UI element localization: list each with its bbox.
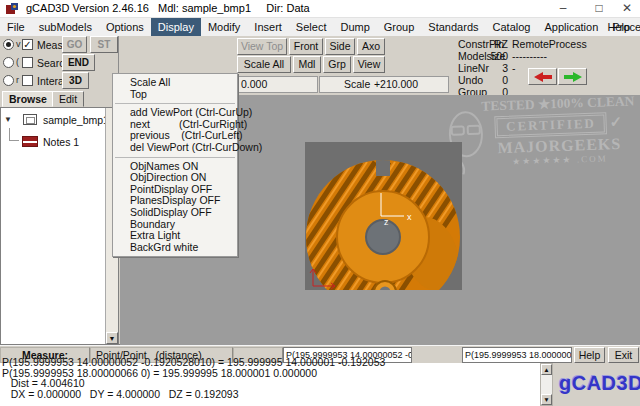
- info-row-constrpln: ConstrPln RZ RemoteProcess: [456, 38, 640, 50]
- axis-x-label: x: [407, 212, 412, 222]
- menubar-item-help[interactable]: Help: [599, 18, 638, 36]
- red-left-arrow-icon: [533, 71, 553, 83]
- orange-model-render: z x: [305, 142, 462, 290]
- measure-radio[interactable]: [3, 39, 14, 50]
- logo-panel: gCAD3D: [553, 363, 640, 406]
- tree-expand-icon[interactable]: ▼: [4, 115, 12, 124]
- measure-checkbox[interactable]: ✓: [22, 39, 33, 50]
- majorgeeks-watermark: TESTED ★100% CLEAN CERTIFIED ✓ MAJORGEEK…: [475, 95, 640, 178]
- display-dropdown-menu: Scale All Top add ViewPort (Ctrl-CurUp) …: [112, 73, 238, 257]
- gcad3d-logo: gCAD3D: [559, 372, 640, 395]
- menu-item-top[interactable]: Top: [113, 89, 237, 101]
- info-value: RZ: [482, 38, 508, 50]
- search-checkbox[interactable]: [22, 57, 33, 68]
- go-button[interactable]: GO: [62, 36, 87, 53]
- model-viewport[interactable]: z x: [305, 142, 462, 290]
- scale-display: Scale +210.000: [319, 76, 449, 93]
- tree-item-model[interactable]: ▼ sample_bmp1: [1, 112, 101, 128]
- interact-row: r Interacti 3D: [0, 72, 119, 90]
- axo-button[interactable]: Axo: [357, 38, 385, 55]
- info-extra: RemoteProcess: [512, 38, 587, 50]
- menubar-item-standards[interactable]: Standards: [421, 18, 485, 36]
- info-label: Undo: [458, 74, 483, 86]
- console-scrollbar[interactable]: ▲ ▼: [540, 363, 553, 406]
- help-button[interactable]: Help: [574, 347, 605, 363]
- scroll-up-icon[interactable]: ▲: [541, 364, 552, 375]
- output-console: P(195.9999953 14.00000052 -0.1920528010)…: [0, 363, 640, 406]
- menubar-item-display[interactable]: Display: [151, 18, 201, 36]
- measure-tag: v: [16, 39, 21, 49]
- end-button[interactable]: END: [62, 54, 95, 71]
- menu-item-objdirection[interactable]: ObjDirection ON: [113, 172, 237, 184]
- console-text: P(195.9999953 14.00000052 -0.1920528010)…: [2, 357, 538, 406]
- title-bar: gCAD3D Version 2.46.16 Mdl: sample_bmp1 …: [0, 0, 640, 18]
- minimize-button[interactable]: –: [550, 0, 576, 18]
- side-button[interactable]: Side: [325, 38, 355, 55]
- app-icon: [6, 3, 18, 15]
- tab-edit[interactable]: Edit: [52, 91, 84, 107]
- 3d-button[interactable]: 3D: [62, 72, 89, 89]
- console-line: DX = 0.000000 DY = 4.000000 DZ = 0.19209…: [2, 388, 239, 400]
- grp-button[interactable]: Grp: [323, 56, 351, 73]
- menubar-item-catalog[interactable]: Catalog: [486, 18, 538, 36]
- menubar-item-select[interactable]: Select: [289, 18, 334, 36]
- redo-forward-button[interactable]: [558, 68, 587, 85]
- info-value: 3: [482, 62, 508, 74]
- menubar-item-dump[interactable]: Dump: [333, 18, 376, 36]
- green-right-arrow-icon: [563, 71, 583, 83]
- scale-label: Scale: [344, 77, 370, 92]
- scroll-down-icon[interactable]: ▼: [541, 394, 552, 405]
- menu-separator: [115, 103, 235, 104]
- app-window: gCAD3D Version 2.46.16 Mdl: sample_bmp1 …: [0, 0, 640, 406]
- interact-checkbox[interactable]: [22, 75, 33, 86]
- measure-row: v ✓ Measure GO ST: [0, 36, 119, 54]
- exit-button[interactable]: Exit: [608, 347, 639, 363]
- tree-item-label[interactable]: Notes 1: [43, 136, 79, 148]
- scroll-down-icon[interactable]: ▼: [106, 332, 118, 344]
- scale-input[interactable]: 0.000: [232, 76, 318, 93]
- info-extra: ----------: [512, 50, 547, 62]
- tree-item-label[interactable]: sample_bmp1: [43, 114, 109, 126]
- notes-bricks-icon: [22, 136, 38, 147]
- scale-value: +210.000: [374, 77, 418, 92]
- info-value: 0: [482, 74, 508, 86]
- window-title: gCAD3D Version 2.46.16 Mdl: sample_bmp1 …: [26, 2, 310, 14]
- tree-item-notes[interactable]: Notes 1: [1, 134, 101, 150]
- stop-button[interactable]: ST: [90, 36, 118, 53]
- axis-z-label: z: [384, 217, 389, 227]
- menu-item-scale-all[interactable]: Scale All: [113, 77, 237, 89]
- main-area: v ✓ Measure GO ST ( Search/f END r Inter…: [0, 36, 640, 345]
- menu-item-del-viewport[interactable]: del ViewPort (Ctrl-CurDown): [113, 142, 237, 154]
- tree-connector-line: [9, 128, 19, 141]
- undo-back-button[interactable]: [528, 68, 557, 85]
- view-button[interactable]: View: [353, 56, 385, 73]
- watermark-check-icon: ✓: [609, 114, 622, 130]
- info-extra: -: [512, 62, 516, 74]
- menubar-item-file[interactable]: File: [0, 18, 32, 36]
- mdl-button[interactable]: Mdl: [293, 56, 321, 73]
- menu-bar: File subModels Options Display Modify In…: [0, 18, 640, 36]
- search-tag: (: [16, 57, 19, 67]
- interact-radio[interactable]: [3, 75, 14, 86]
- info-row-modelsize: Modelsize 500 ----------: [456, 50, 640, 62]
- tab-browse[interactable]: Browse: [2, 91, 54, 107]
- menu-item-soliddisplay[interactable]: SolidDisplay OFF: [113, 207, 237, 219]
- scale-all-button[interactable]: Scale All: [237, 56, 291, 73]
- menubar-item-group[interactable]: Group: [377, 18, 422, 36]
- menubar-item-insert[interactable]: Insert: [247, 18, 289, 36]
- front-button[interactable]: Front: [289, 38, 323, 55]
- search-radio[interactable]: [3, 57, 14, 68]
- menubar-item-options[interactable]: Options: [99, 18, 151, 36]
- menubar-item-submodels[interactable]: subModels: [32, 18, 99, 36]
- info-value: 500: [482, 50, 508, 62]
- menu-item-backgrd-white[interactable]: BackGrd white: [113, 242, 237, 254]
- menubar-item-modify[interactable]: Modify: [201, 18, 247, 36]
- close-button[interactable]: ✕: [614, 0, 640, 18]
- browser-tabs: Browse Edit: [0, 90, 119, 107]
- menu-item-extra-light[interactable]: Extra Light: [113, 230, 237, 242]
- maximize-button[interactable]: □: [586, 0, 612, 18]
- status-info-panel: ConstrPln RZ RemoteProcess Modelsize 500…: [456, 36, 640, 95]
- menubar-item-application[interactable]: Application: [537, 18, 605, 36]
- view-top-button[interactable]: View Top: [237, 38, 287, 55]
- model-tree: ▼ sample_bmp1 Notes 1 ▼: [0, 107, 119, 345]
